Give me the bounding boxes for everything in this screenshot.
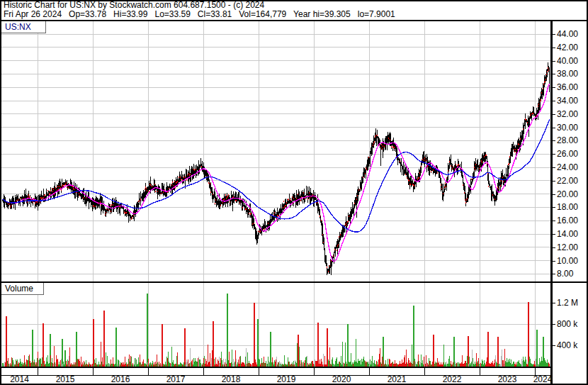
- price-axis-label: 12.00: [557, 242, 578, 252]
- fast-ma-line: [2, 84, 550, 262]
- year-axis-label: 2022: [443, 374, 462, 384]
- volume-axis-label: 800 k: [557, 319, 578, 329]
- price-axis-label: 40.00: [557, 56, 578, 66]
- year-axis-label: 2014: [10, 374, 29, 384]
- year-axis-label: 2016: [111, 374, 130, 384]
- price-axis-label: 22.00: [557, 176, 578, 186]
- year-axis-label: 2023: [498, 374, 517, 384]
- year-axis-label: 2020: [332, 374, 351, 384]
- price-axis-label: 42.00: [557, 43, 578, 52]
- price-axis-label: 34.00: [557, 96, 578, 106]
- year-axis-label: 2024: [533, 374, 553, 384]
- price-axis-label: 8.00: [557, 269, 574, 279]
- price-bars: [2, 62, 550, 275]
- symbol-label: US:NX: [1, 21, 46, 33]
- year-axis-label: 2017: [166, 374, 186, 384]
- price-axis-label: 24.00: [557, 162, 578, 172]
- price-axis-label: 36.00: [557, 82, 578, 92]
- price-axis-label: 32.00: [557, 109, 578, 119]
- price-axis-label: 28.00: [557, 135, 578, 145]
- stock-chart-window: Historic Chart for US:NX by Stockwatch.c…: [0, 0, 588, 385]
- price-axis-label: 44.00: [557, 29, 578, 39]
- volume-panel-label: Volume: [1, 283, 44, 295]
- year-axis-label: 2018: [222, 374, 241, 384]
- volume-axis-label: 1.2 M: [557, 298, 578, 308]
- year-axis-label: 2019: [277, 374, 296, 384]
- price-axis-label: 14.00: [557, 229, 578, 239]
- price-axis-label: 20.00: [557, 189, 578, 199]
- volume-axis-label: 400 k: [557, 340, 578, 350]
- price-axis-label: 26.00: [557, 149, 578, 159]
- price-axis-label: 10.00: [557, 256, 578, 266]
- year-axis-label: 2021: [388, 374, 407, 384]
- volume-bars: [2, 294, 550, 367]
- price-axis-label: 16.00: [557, 216, 578, 225]
- price-axis-label: 18.00: [557, 202, 578, 212]
- year-axis-label: 2015: [56, 374, 75, 384]
- chart-canvas: 44.0042.0040.0038.0036.0034.0032.0030.00…: [0, 0, 588, 385]
- price-axis-label: 38.00: [557, 69, 578, 79]
- price-axis-label: 30.00: [557, 123, 578, 133]
